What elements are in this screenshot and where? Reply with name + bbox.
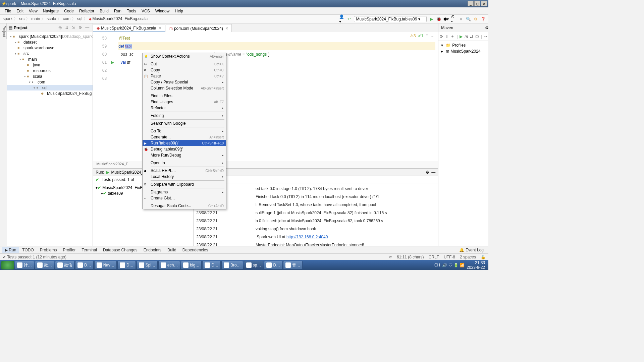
tray-lang[interactable]: CH [434,263,440,267]
breadcrumb-item[interactable]: scala [47,16,56,21]
status-indent[interactable]: 2 spaces [460,255,476,259]
context-menu-item[interactable]: Column Selection ModeAlt+Shift+Insert [143,85,226,91]
debug-button[interactable]: 🐞 [436,16,441,22]
close-button[interactable]: ✕ [481,1,487,6]
tree-node[interactable]: ▾■src [7,51,93,56]
context-menu-item[interactable]: Find UsagesAlt+F7 [143,99,226,105]
taskbar-app[interactable]: Bro… [221,261,243,269]
menu-edit[interactable]: Edit [14,8,26,14]
maven-add-icon[interactable]: ＋ [450,34,454,39]
context-menu-item[interactable]: ⧉CopyCtrl+C [143,67,226,73]
tree-node[interactable]: ■java [7,62,93,68]
menu-tools[interactable]: Tools [124,8,139,14]
bottom-tab-database-changes[interactable]: Database Changes [100,247,140,253]
tree-node[interactable]: ◆MusicSpark2024_FixBug [7,90,93,96]
taskbar-app[interactable]: Nav… [94,261,117,269]
tree-node[interactable]: ▾●com [7,79,93,85]
context-menu-item[interactable]: Desugar Scala Code...Ctrl+Alt+D [143,203,226,209]
start-button[interactable] [1,261,14,269]
context-menu-item[interactable]: More Run/Debug▸ [143,152,226,158]
project-tool-button[interactable]: Project [0,23,7,39]
event-log-button[interactable]: 🔔 Event Log [457,247,486,253]
taskbar-app[interactable]: D… [202,261,221,269]
taskbar-app[interactable]: 微信 [55,261,74,269]
context-menu-item[interactable]: Find in Files [143,93,226,99]
context-menu-item[interactable]: Local History▸ [143,174,226,180]
bottom-tab-todo[interactable]: TODO [19,247,36,253]
context-menu-item[interactable]: ◆Scala REPL...Ctrl+Shift+D [143,168,226,174]
taskbar-app[interactable]: D… [75,261,94,269]
taskbar-app[interactable]: D… [117,261,136,269]
breadcrumb-item[interactable]: spark [3,16,12,21]
menu-window[interactable]: Window [153,8,172,14]
context-menu-item[interactable]: ✂CutCtrl+X [143,61,226,67]
bottom-tab-terminal[interactable]: Terminal [79,247,100,253]
menu-build[interactable]: Build [97,8,111,14]
context-menu-item[interactable]: Copy / Paste Special▸ [143,79,226,85]
status-readonly-icon[interactable]: 🔓 [481,255,486,259]
run-button[interactable]: ▶ [429,16,434,22]
maven-generate-icon[interactable]: ⇩ [445,34,448,39]
bottom-tab-problems[interactable]: Problems [37,247,60,253]
context-menu-item[interactable]: ○Create Gist… [143,195,226,201]
editor-tab[interactable]: mpom.xml (MusicSpark2024)× [166,24,232,32]
taskbar-app[interactable]: 计… [15,261,34,269]
editor-context-menu[interactable]: 💡Show Context ActionsAlt+Enter✂CutCtrl+X… [142,53,226,209]
console-output[interactable]: 23/08/22 21 ed task 0.0 in stage 1.0 (TI… [194,183,438,246]
breadcrumb-item[interactable]: src [19,16,24,21]
project-settings-icon[interactable]: ⚙ [78,25,84,31]
back-icon[interactable]: ↶ [346,16,352,22]
breadcrumb-item[interactable]: main [31,16,40,21]
menu-view[interactable]: View [26,8,40,14]
maven-node[interactable]: ▾📁Profiles [440,42,488,48]
bottom-tab-endpoints[interactable]: Endpoints [141,247,164,253]
editor-inspection-hints[interactable]: ⚠3 ✔1 ⌃⌄ [410,34,434,38]
search-button[interactable]: 🔍 [466,16,471,22]
taskbar-app[interactable]: D… [264,261,282,269]
maven-exec-icon[interactable]: m [465,34,468,39]
menu-navigate[interactable]: Navigate [40,8,61,14]
run-settings-icon[interactable]: ⚙ [426,170,429,175]
breadcrumb-item[interactable]: ◆MusicSpark2024_FixBug.scala [89,16,148,21]
status-eol[interactable]: CRLF [429,255,439,259]
tree-node[interactable]: ▸■dataset [7,39,93,45]
ide-settings-button[interactable]: ⚙ [473,16,478,22]
profile-button[interactable]: ⏱▾ [451,16,456,22]
maximize-button[interactable]: ▢ [474,1,480,6]
more-button[interactable]: ❓ [480,16,486,22]
maven-offline-icon[interactable]: ⬡ [475,34,479,39]
breadcrumb-item[interactable]: sql [77,16,82,21]
bottom-tab-run[interactable]: ▶ Run [2,247,19,253]
menu-help[interactable]: Help [172,8,186,14]
context-menu-item[interactable]: Go To▸ [143,128,226,134]
context-menu-item[interactable]: Generate...Alt+Insert [143,134,226,140]
context-menu-item[interactable]: 💡Show Context ActionsAlt+Enter [143,53,226,59]
minimize-button[interactable]: _ [468,1,474,6]
tree-node[interactable]: ▾●sql [7,85,93,90]
menu-code[interactable]: Code [61,8,76,14]
maven-node[interactable]: ▸mMusicSpark2024 [440,48,488,54]
stop-button[interactable]: ■ [458,16,464,22]
editor-tab[interactable]: ◆MusicSpark2024_FixBug.scala× [93,24,165,32]
tree-node[interactable]: ■resources [7,68,93,73]
context-menu-item[interactable]: Folding▸ [143,113,226,119]
context-menu-item[interactable]: Search with Google [143,120,226,126]
context-menu-item[interactable]: ⧉Compare with Clipboard [143,181,226,187]
status-git-icon[interactable]: ⟳ [389,255,392,259]
run-hide-icon[interactable]: — [431,170,435,175]
taskbar-app[interactable]: sp… [244,261,264,269]
taskbar-app[interactable]: big… [181,261,202,269]
maven-skip-icon[interactable]: ⤻ [484,34,487,39]
menu-refactor[interactable]: Refactor [76,8,97,14]
menu-vcs[interactable]: VCS [139,8,153,14]
status-encoding[interactable]: UTF-8 [444,255,455,259]
taskbar-app[interactable]: 微… [35,261,54,269]
maven-run-icon[interactable]: ▶ [460,34,463,39]
menu-file[interactable]: File [2,8,14,14]
context-menu-item[interactable]: Diagrams▸ [143,189,226,195]
project-collapse-icon[interactable]: ⇊ [65,25,70,31]
context-menu-item[interactable]: 📋PasteCtrl+V [143,73,226,79]
taskbar-app[interactable]: ech… [158,261,180,269]
user-icon[interactable]: 👤▾ [339,16,344,22]
maven-toggle-icon[interactable]: ⇄ [470,34,473,39]
